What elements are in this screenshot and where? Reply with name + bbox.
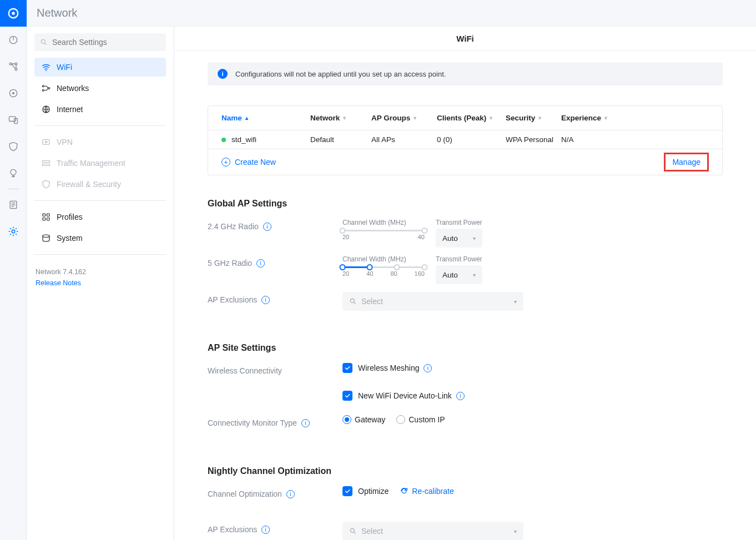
topology-icon: [8, 61, 19, 72]
nav-clients[interactable]: [0, 80, 27, 107]
settings-sidebar: WiFi Networks Internet VPN: [27, 27, 174, 540]
label-tx-power: Transmit Power: [436, 219, 482, 226]
sidebar-item-networks[interactable]: Networks: [34, 79, 166, 98]
plus-circle-icon: +: [221, 158, 230, 166]
security-icon: [8, 141, 19, 152]
select-5-txpower[interactable]: Auto▾: [436, 265, 482, 284]
insights-icon: [8, 168, 19, 179]
info-icon[interactable]: i: [301, 419, 310, 427]
svg-point-1: [12, 12, 15, 15]
sidebar-item-label: Profiles: [57, 213, 83, 221]
system-icon: [41, 233, 51, 243]
slider-5-cw[interactable]: Channel Width (MHz) 204080160: [342, 255, 425, 277]
select-nightly-ap-exclusions[interactable]: Select▾: [342, 522, 523, 540]
sidebar-item-profiles[interactable]: Profiles: [34, 208, 166, 226]
label-channel-opt: Channel Optimization: [208, 489, 282, 498]
nav-notes[interactable]: [0, 191, 27, 218]
col-network[interactable]: Network▾: [310, 114, 371, 122]
app-logo[interactable]: [0, 0, 27, 27]
create-new-button[interactable]: + Create New: [221, 158, 276, 166]
section-title: Global AP Settings: [208, 199, 723, 209]
col-security[interactable]: Security▾: [506, 114, 561, 122]
nav-insights[interactable]: [0, 160, 27, 186]
info-icon[interactable]: i: [261, 526, 270, 534]
svg-point-16: [42, 89, 44, 91]
info-icon[interactable]: i: [424, 364, 432, 372]
cell-network: Default: [310, 135, 371, 144]
icon-rail: [0, 0, 27, 540]
info-icon[interactable]: i: [261, 296, 270, 304]
svg-rect-25: [43, 218, 46, 221]
nav-devices[interactable]: [0, 107, 27, 133]
col-experience[interactable]: Experience▾: [561, 114, 709, 122]
chevron-down-icon: ▾: [490, 115, 492, 121]
sidebar-divider: [34, 254, 166, 255]
info-icon[interactable]: i: [456, 392, 465, 400]
unifi-logo-icon: [7, 7, 19, 19]
chevron-down-icon: ▾: [343, 115, 346, 121]
content-area: WiFi i Configurations will not be applie…: [174, 27, 756, 540]
svg-point-13: [41, 39, 45, 43]
version-text: Network 7.4.162: [36, 268, 165, 276]
svg-point-15: [42, 85, 44, 87]
devices-icon: [8, 114, 19, 125]
cell-name: std_wifi: [231, 135, 256, 144]
select-24-txpower[interactable]: Auto▾: [436, 229, 482, 248]
table-row[interactable]: std_wifi Default All APs 0 (0) WPA Perso…: [208, 130, 722, 149]
content-header: WiFi: [174, 27, 756, 51]
manage-button[interactable]: Manage: [664, 153, 709, 171]
sidebar-divider: [34, 125, 166, 126]
sort-asc-icon: ▴: [245, 115, 248, 121]
refresh-icon: [400, 487, 409, 496]
info-icon[interactable]: i: [286, 490, 295, 498]
wifi-icon: [41, 62, 51, 72]
nav-topology[interactable]: [0, 53, 27, 80]
col-name[interactable]: Name▴: [221, 114, 310, 122]
sidebar-item-system[interactable]: System: [34, 229, 166, 248]
chevron-down-icon: ▾: [414, 115, 416, 121]
radio-gateway[interactable]: Gateway: [342, 415, 385, 424]
section-title: Nightly Channel Optimization: [208, 466, 723, 476]
svg-point-5: [15, 68, 17, 70]
col-apgroups[interactable]: AP Groups▾: [371, 114, 437, 122]
select-ap-exclusions[interactable]: Select▾: [342, 292, 523, 311]
sidebar-item-wifi[interactable]: WiFi: [34, 58, 166, 77]
sidebar-item-traffic: Traffic Management: [34, 154, 166, 173]
svg-point-29: [350, 528, 354, 532]
slider-24-cw[interactable]: Channel Width (MHz) 2040: [342, 219, 425, 240]
release-notes-link[interactable]: Release Notes: [36, 279, 165, 287]
sidebar-item-vpn: VPN: [34, 133, 166, 152]
search-settings[interactable]: [34, 33, 166, 51]
cell-experience: N/A: [561, 135, 709, 144]
col-clients[interactable]: Clients (Peak)▾: [437, 114, 506, 122]
nav-dashboard[interactable]: [0, 27, 27, 53]
sidebar-item-label: VPN: [57, 138, 73, 147]
svg-point-27: [43, 235, 49, 238]
svg-point-20: [45, 141, 47, 143]
search-icon: [40, 38, 48, 46]
recalibrate-link[interactable]: Re-calibrate: [400, 487, 453, 496]
checkbox-autolink[interactable]: [342, 391, 352, 401]
sidebar-item-label: System: [57, 234, 83, 243]
svg-rect-24: [47, 214, 50, 216]
info-icon[interactable]: i: [263, 223, 271, 231]
info-icon[interactable]: i: [256, 259, 265, 268]
checkbox-meshing[interactable]: [342, 363, 352, 373]
radio-custom-ip[interactable]: Custom IP: [396, 415, 445, 424]
nav-security[interactable]: [0, 133, 27, 160]
dashboard-icon: [8, 34, 19, 46]
nav-settings[interactable]: [0, 218, 27, 245]
search-input[interactable]: [52, 38, 160, 47]
svg-point-4: [15, 63, 17, 65]
wifi-table-panel: Name▴ Network▾ AP Groups▾ Clients (Peak)…: [208, 105, 723, 175]
search-icon: [349, 297, 357, 305]
checkbox-optimize[interactable]: [342, 486, 352, 496]
svg-rect-21: [42, 161, 50, 163]
nightly-section: Nightly Channel Optimization Channel Opt…: [208, 466, 723, 540]
iconbar-separator: [8, 189, 19, 189]
cell-security: WPA Personal: [506, 135, 561, 144]
notes-icon: [8, 199, 19, 210]
svg-rect-22: [42, 164, 50, 166]
sidebar-item-internet[interactable]: Internet: [34, 100, 166, 119]
svg-point-12: [12, 230, 14, 233]
